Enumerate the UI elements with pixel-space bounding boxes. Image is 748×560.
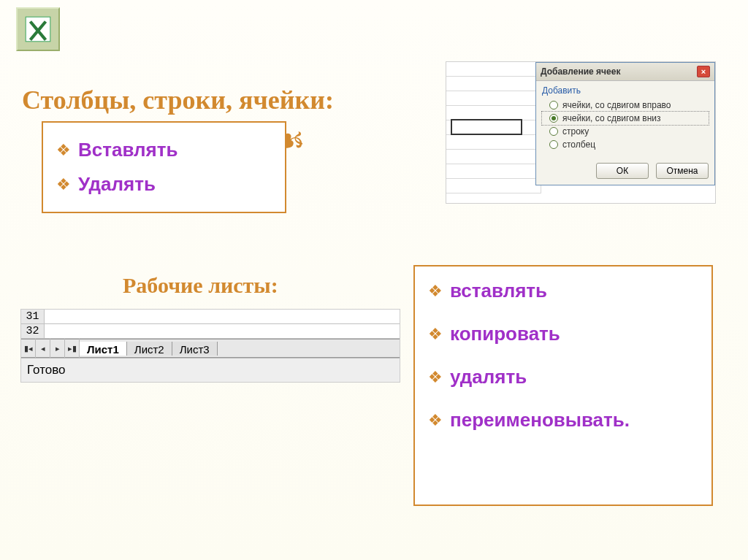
- sheet-tabs-panel: 31 32 ▮◂ ◂ ▸ ▸▮ Лист1 Лист2 Лист3 Готово: [20, 309, 400, 383]
- bullet-diamond-icon: ❖: [428, 282, 443, 301]
- row-number: 31: [21, 310, 45, 323]
- nav-first-icon[interactable]: ▮◂: [21, 339, 36, 358]
- dialog-titlebar: Добавление ячеек ×: [536, 63, 714, 81]
- nav-next-icon[interactable]: ▸: [50, 339, 65, 358]
- list-label: удалять: [450, 366, 527, 388]
- list-item: ❖ переименовывать.: [428, 409, 698, 431]
- dialog-title-text: Добавление ячеек: [541, 66, 620, 77]
- insert-cells-illustration: Добавление ячеек × Добавить ячейки, со с…: [446, 61, 716, 204]
- list-item: ❖ вставлять: [428, 280, 698, 302]
- radio-label: строку: [562, 126, 589, 137]
- heading-columns-rows-cells: Столбцы, строки, ячейки:: [22, 85, 334, 115]
- radio-icon: [549, 140, 558, 149]
- insert-cells-dialog: Добавление ячеек × Добавить ячейки, со с…: [535, 62, 715, 185]
- radio-icon: [549, 127, 558, 136]
- bullet-diamond-icon: ❖: [428, 368, 443, 387]
- close-icon[interactable]: ×: [697, 66, 710, 77]
- list-item: ❖ Вставлять: [56, 139, 272, 161]
- list-item: ❖ копировать: [428, 323, 698, 345]
- tab-sheet1[interactable]: Лист1: [80, 342, 127, 356]
- heading-worksheets: Рабочие листы:: [123, 273, 278, 298]
- row-31: 31: [21, 310, 400, 324]
- tab-sheet3[interactable]: Лист3: [172, 342, 218, 356]
- tab-sheet2[interactable]: Лист2: [127, 342, 172, 356]
- radio-icon: [549, 114, 558, 123]
- radio-label: столбец: [562, 139, 595, 150]
- radio-option-shift-down[interactable]: ячейки, со сдвигом вниз: [542, 112, 709, 125]
- ok-button[interactable]: ОК: [596, 163, 649, 179]
- list-label: Удалять: [78, 173, 156, 196]
- list-label: переименовывать.: [450, 409, 630, 431]
- row-number: 32: [21, 324, 45, 338]
- radio-label: ячейки, со сдвигом вниз: [562, 113, 661, 123]
- radio-icon: [549, 101, 558, 110]
- sheet-tabs-bar: ▮◂ ◂ ▸ ▸▮ Лист1 Лист2 Лист3: [21, 339, 400, 358]
- dialog-button-row: ОК Отмена: [536, 157, 714, 185]
- operations-box-2: ❖ вставлять ❖ копировать ❖ удалять ❖ пер…: [413, 265, 713, 506]
- list-item: ❖ Удалять: [56, 173, 272, 196]
- operations-box-1: ❖ Вставлять ❖ Удалять: [42, 121, 286, 213]
- bullet-diamond-icon: ❖: [56, 141, 71, 160]
- nav-last-icon[interactable]: ▸▮: [65, 339, 80, 358]
- radio-option-row[interactable]: строку: [542, 125, 709, 138]
- list-label: вставлять: [450, 280, 547, 302]
- list-label: Вставлять: [78, 139, 178, 161]
- bullet-diamond-icon: ❖: [428, 411, 443, 430]
- group-label: Добавить: [542, 85, 709, 96]
- cancel-button[interactable]: Отмена: [656, 163, 709, 179]
- list-label: копировать: [450, 323, 560, 345]
- excel-logo-icon: [16, 7, 60, 51]
- selected-cell-icon: [451, 119, 522, 135]
- status-bar: Готово: [21, 358, 400, 382]
- bullet-diamond-icon: ❖: [428, 325, 443, 344]
- row-32: 32: [21, 324, 400, 339]
- nav-prev-icon[interactable]: ◂: [36, 339, 50, 358]
- dialog-body: Добавить ячейки, со сдвигом вправо ячейк…: [536, 81, 714, 157]
- radio-label: ячейки, со сдвигом вправо: [562, 100, 671, 110]
- radio-option-column[interactable]: столбец: [542, 138, 709, 151]
- bullet-diamond-icon: ❖: [56, 175, 71, 194]
- radio-option-shift-right[interactable]: ячейки, со сдвигом вправо: [542, 99, 709, 112]
- list-item: ❖ удалять: [428, 366, 698, 388]
